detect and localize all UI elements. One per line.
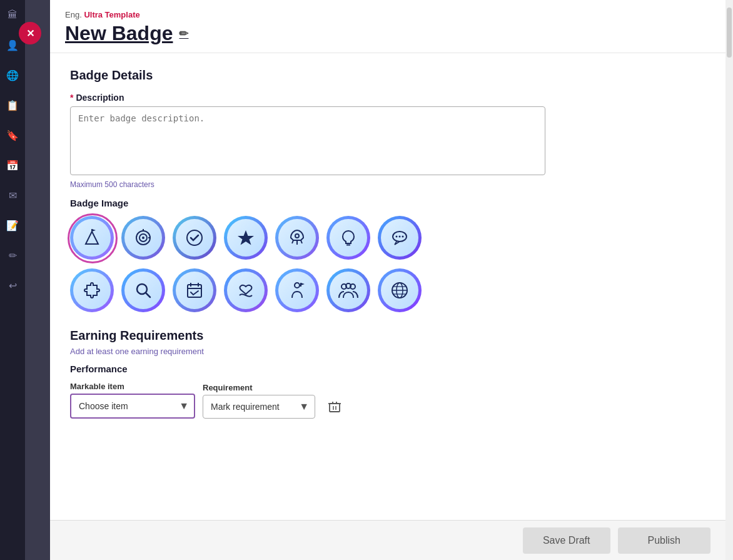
svg-point-10 — [295, 234, 299, 238]
svg-point-19 — [402, 236, 404, 238]
calendar-check-icon — [185, 280, 205, 300]
heart-hand-icon — [236, 280, 256, 300]
left-panel: ✕ — [25, 0, 50, 560]
svg-point-5 — [142, 237, 144, 239]
description-label-text: Description — [76, 93, 124, 103]
svg-marker-9 — [238, 230, 254, 245]
header: Eng. Ultra Template New Badge ✏ — [50, 0, 725, 53]
svg-marker-28 — [301, 283, 305, 285]
svg-point-17 — [396, 236, 398, 238]
page-title-text: New Badge — [65, 22, 173, 45]
sidebar-icon-globe[interactable]: 🌐 — [4, 66, 21, 84]
badge-item-7[interactable] — [378, 216, 423, 261]
badge-item-6[interactable] — [326, 216, 372, 261]
save-draft-button[interactable]: Save Draft — [523, 527, 610, 554]
svg-line-21 — [146, 293, 150, 297]
choose-item-select[interactable]: Choose item — [70, 394, 195, 419]
badge-grid — [70, 216, 705, 313]
edit-title-icon[interactable]: ✏ — [179, 27, 188, 41]
badge-item-2[interactable] — [121, 216, 166, 261]
description-label: * Description — [70, 93, 705, 103]
badge-item-9[interactable] — [121, 268, 166, 313]
requirement-group: Requirement Mark requirement ▼ — [203, 383, 315, 419]
group-icon — [337, 280, 360, 300]
badge-item-5[interactable] — [275, 216, 320, 261]
performance-label: Performance — [70, 364, 705, 374]
lightbulb-icon — [338, 228, 358, 248]
page-title: New Badge ✏ — [65, 22, 710, 45]
scrollbar-track[interactable] — [725, 0, 733, 560]
sidebar-icon-badge[interactable]: 🔖 — [4, 126, 21, 144]
performance-row: Markable item Choose item ▼ Requirement … — [70, 382, 705, 419]
sidebar-icon-edit[interactable]: ✏ — [4, 247, 21, 264]
badge-item-8[interactable] — [70, 268, 115, 313]
svg-point-8 — [187, 230, 202, 245]
puzzle-icon — [82, 280, 102, 300]
svg-marker-0 — [86, 232, 98, 244]
close-button[interactable]: ✕ — [19, 22, 41, 44]
badge-item-11[interactable] — [224, 268, 269, 313]
sidebar-icon-calendar[interactable]: 📅 — [4, 156, 21, 174]
markable-item-label: Markable item — [70, 382, 195, 391]
badge-item-14[interactable] — [378, 268, 423, 313]
trash-icon — [328, 400, 341, 414]
delete-requirement-button[interactable] — [323, 395, 346, 419]
badge-details-title: Badge Details — [70, 68, 705, 83]
main-area: Eng. Ultra Template New Badge ✏ Badge De… — [50, 0, 725, 560]
mark-requirement-select[interactable]: Mark requirement — [203, 395, 315, 419]
publish-button[interactable]: Publish — [618, 527, 710, 554]
markable-item-group: Markable item Choose item ▼ — [70, 382, 195, 419]
badge-item-1[interactable] — [70, 216, 115, 261]
char-limit: Maximum 500 characters — [70, 180, 705, 189]
breadcrumb-ultra: Ultra Template — [84, 10, 139, 19]
required-star: * — [70, 93, 73, 103]
content-area: Badge Details * Description Maximum 500 … — [50, 53, 725, 520]
choose-item-wrapper: Choose item ▼ — [70, 394, 195, 419]
badge-image-label: Badge Image — [70, 198, 705, 208]
chat-icon — [390, 228, 410, 248]
badge-item-12[interactable] — [275, 268, 320, 313]
badge-item-13[interactable] — [326, 268, 372, 313]
svg-rect-22 — [188, 285, 201, 297]
svg-rect-37 — [330, 404, 340, 412]
sidebar-icon-user[interactable]: 👤 — [4, 36, 21, 54]
earning-req-hint: Add at least one earning requirement — [70, 347, 705, 356]
description-textarea[interactable] — [70, 106, 545, 175]
globe-icon — [390, 280, 410, 300]
star-icon — [236, 228, 256, 248]
search-icon — [133, 280, 153, 300]
breadcrumb-eng: Eng. — [65, 10, 82, 19]
sidebar-icon-back[interactable]: ↩ — [4, 277, 21, 294]
badge-item-4[interactable] — [224, 216, 269, 261]
svg-line-12 — [292, 240, 293, 243]
check-circle-icon — [185, 228, 205, 248]
breadcrumb: Eng. Ultra Template — [65, 10, 710, 19]
sidebar-icon-institution[interactable]: 🏛 — [4, 6, 21, 24]
sidebar-icon-list[interactable]: 📋 — [4, 96, 21, 114]
svg-line-13 — [301, 240, 302, 243]
earning-requirements-title: Earning Requirements — [70, 328, 705, 343]
mountain-flag-icon — [82, 228, 102, 248]
scrollbar-thumb[interactable] — [727, 8, 732, 58]
sidebar: 🏛 👤 🌐 📋 🔖 📅 ✉ 📝 ✏ ↩ — [0, 0, 25, 560]
svg-point-26 — [295, 283, 300, 288]
rocket-icon — [287, 228, 307, 248]
sidebar-icon-mail[interactable]: ✉ — [4, 186, 21, 204]
badge-item-10[interactable] — [173, 268, 218, 313]
badge-item-3[interactable] — [173, 216, 218, 261]
sidebar-icon-notes[interactable]: 📝 — [4, 216, 21, 234]
svg-point-18 — [399, 236, 401, 238]
target-icon — [133, 228, 153, 248]
mark-requirement-wrapper: Mark requirement ▼ — [203, 395, 315, 419]
requirement-label: Requirement — [203, 383, 315, 392]
footer: Save Draft Publish — [50, 520, 725, 560]
person-flag-icon — [287, 280, 307, 300]
svg-marker-2 — [92, 229, 96, 232]
